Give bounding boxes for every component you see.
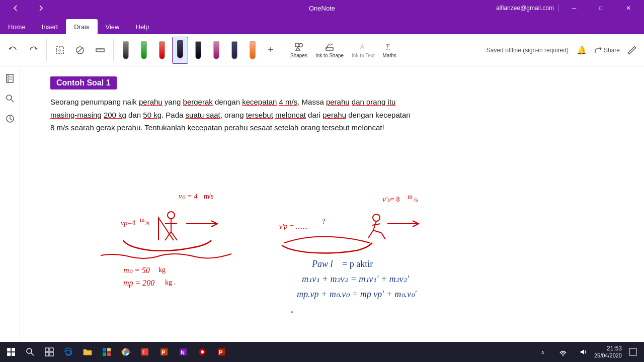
clock-display[interactable]: 21:53 25/04/2020 [594, 345, 622, 359]
svg-rect-64 [45, 348, 49, 351]
share-button[interactable]: Share [595, 47, 620, 54]
volume-icon[interactable] [574, 343, 592, 361]
pen-purple-light[interactable] [208, 37, 224, 64]
titlebar-right: alfianzee@gmail.com ─ □ ✕ [496, 0, 640, 16]
edit-button[interactable] [624, 43, 640, 57]
app-title: OneNote [309, 5, 335, 12]
svg-point-62 [27, 348, 32, 353]
edge-browser-icon[interactable] [59, 343, 77, 361]
ruler-button[interactable] [91, 37, 109, 64]
app-body: Contoh Soal 1 Seorang penumpang naik per… [0, 66, 644, 342]
sep1 [46, 39, 47, 61]
notebooks-icon[interactable] [2, 70, 18, 86]
svg-text:m₁v₁ + m₂v₂ = m₁v₁' + m₂v₂': m₁v₁ + m₂v₂ = m₁v₁' + m₂v₂' [302, 274, 410, 284]
svg-text:Paw l: Paw l [311, 259, 333, 269]
svg-text:mp = 200: mp = 200 [123, 279, 154, 288]
history-icon[interactable] [2, 111, 18, 127]
minimize-button[interactable]: ─ [562, 0, 586, 16]
recorder-icon[interactable] [193, 343, 211, 361]
ink-to-text-button[interactable]: T Ink to Text [349, 37, 377, 64]
search-taskbar-button[interactable] [21, 343, 39, 361]
shapes-button[interactable]: Shapes [287, 37, 310, 64]
svg-point-57 [291, 311, 293, 313]
svg-line-43 [381, 233, 385, 239]
svg-rect-0 [56, 47, 63, 54]
user-email: alfianzee@gmail.com [496, 5, 554, 12]
svg-rect-66 [45, 352, 49, 356]
file-explorer-icon[interactable] [78, 343, 97, 361]
eraser-button[interactable] [71, 37, 89, 64]
network-icon[interactable] [554, 343, 572, 361]
svg-text:/s: /s [209, 193, 213, 200]
saved-status: Saved offline (sign-in required) [487, 47, 569, 54]
notifications-button[interactable] [624, 343, 642, 361]
maximize-button[interactable]: □ [590, 0, 613, 16]
body-line2: masing-masing 200 kg dan 50 kg. Pada sua… [50, 111, 411, 119]
titlebar: OneNote alfianzee@gmail.com ─ □ ✕ [0, 0, 644, 16]
svg-rect-65 [50, 348, 53, 351]
svg-text:=4: =4 [128, 219, 135, 227]
svg-text:= .......: = ....... [290, 223, 308, 230]
forward-button[interactable] [29, 0, 52, 16]
start-button[interactable] [2, 343, 20, 361]
svg-point-82 [201, 350, 204, 353]
pen-dark[interactable] [172, 37, 188, 64]
tab-insert[interactable]: Insert [34, 19, 66, 34]
svg-line-4 [78, 48, 82, 52]
svg-text:/s: /s [145, 220, 149, 227]
ribbon: Home Insert Draw View Help [0, 16, 644, 66]
svg-rect-58 [7, 348, 11, 351]
close-button[interactable]: ✕ [617, 0, 640, 16]
svg-text:N: N [181, 349, 185, 355]
svg-line-28 [171, 232, 177, 240]
pen-green[interactable] [136, 37, 152, 64]
sep2 [113, 39, 114, 61]
back-button[interactable] [4, 0, 27, 16]
svg-text:m₀ = 50: m₀ = 50 [123, 266, 150, 275]
pen-darkfill[interactable] [190, 37, 206, 64]
svg-text:= p aktir: = p aktir [342, 259, 373, 269]
svg-rect-71 [107, 352, 111, 356]
svg-point-85 [562, 354, 564, 356]
task-view-button[interactable] [40, 343, 58, 361]
add-pen-button[interactable]: + [263, 37, 279, 64]
onenote-icon[interactable]: N [174, 343, 192, 361]
powerpoint-icon[interactable]: P [155, 343, 173, 361]
tab-help[interactable]: Help [128, 19, 157, 34]
system-tray-chevron[interactable]: ∧ [534, 343, 552, 361]
maths-button[interactable]: ∑ Maths [379, 37, 399, 64]
tab-home[interactable]: Home [0, 19, 34, 34]
titlebar-left [4, 0, 52, 16]
notification-btn[interactable]: 🔔 [573, 41, 591, 59]
svg-line-41 [372, 224, 380, 225]
svg-text:m: m [408, 193, 413, 200]
pen-dark2[interactable] [226, 37, 243, 64]
drawing-area: v₀ = 4 m /s vp =4 m /s v'p = ....... ? [50, 142, 614, 295]
chrome-icon[interactable] [117, 343, 135, 361]
undo-button[interactable] [4, 37, 22, 64]
ink-to-shape-button[interactable]: Ink to Shape [312, 37, 347, 64]
svg-text:v'p: v'p [279, 223, 287, 230]
svg-text:vp: vp [121, 219, 127, 227]
page-content[interactable]: Contoh Soal 1 Seorang penumpang naik per… [20, 66, 644, 342]
tab-draw[interactable]: Draw [66, 19, 97, 34]
pen-black[interactable] [118, 37, 134, 64]
pen-red[interactable] [154, 37, 170, 64]
taskbar-app5[interactable]: f [136, 343, 154, 361]
time-display: 21:53 [594, 345, 622, 352]
control-panel-icon[interactable] [98, 343, 116, 361]
svg-text:v₀ = 4: v₀ = 4 [179, 192, 198, 200]
toolbar-right: Saved offline (sign-in required) 🔔 Share [487, 41, 640, 59]
taskbar-app10[interactable]: P [212, 343, 230, 361]
svg-rect-12 [326, 48, 333, 50]
svg-text:= 8: = 8 [390, 196, 399, 203]
svg-rect-61 [12, 352, 15, 356]
svg-line-63 [31, 353, 34, 355]
redo-button[interactable] [24, 37, 42, 64]
taskbar: f P N P ∧ [0, 342, 644, 362]
lasso-select-button[interactable] [51, 37, 69, 64]
pen-orange[interactable] [245, 37, 261, 64]
search-icon[interactable] [2, 90, 18, 107]
body-line1: Seorang penumpang naik perahu yang berge… [50, 98, 395, 106]
tab-view[interactable]: View [98, 19, 128, 34]
